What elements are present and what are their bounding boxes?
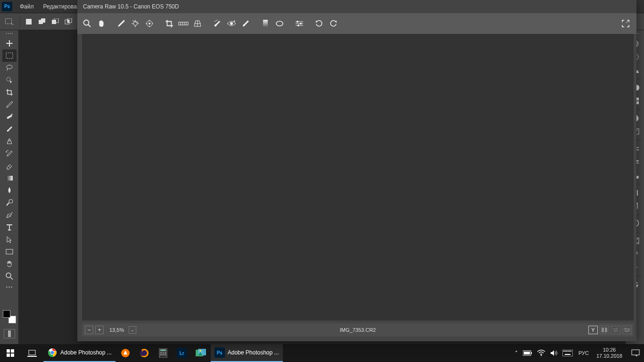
tray-wifi-icon[interactable] (537, 350, 545, 356)
svg-point-90 (199, 350, 201, 352)
task-view-button[interactable] (22, 344, 42, 362)
taskbar-photoshop[interactable]: Ps Adobe Photoshop ... (211, 344, 283, 362)
quick-select-tool-icon[interactable] (2, 74, 17, 86)
cr-straighten-tool-icon[interactable] (177, 17, 190, 30)
add-selection-icon[interactable] (36, 16, 48, 27)
taskbar-avast[interactable] (116, 344, 134, 362)
intersect-selection-icon[interactable] (63, 16, 74, 27)
svg-rect-87 (165, 354, 166, 355)
taskbar-firefox[interactable] (135, 344, 153, 362)
camera-raw-window: Camera Raw 10.5 - Canon EOS 750D − + 13,… (77, 0, 636, 341)
path-select-tool-icon[interactable] (2, 233, 17, 246)
type-tool-icon[interactable] (2, 221, 17, 233)
tray-notifications-icon[interactable] (627, 344, 644, 362)
svg-line-22 (10, 277, 13, 280)
tray-keyboard-icon[interactable] (562, 350, 573, 356)
subtract-selection-icon[interactable] (50, 16, 61, 27)
svg-point-60 (297, 25, 299, 26)
foreground-color-swatch[interactable] (3, 310, 10, 318)
marquee-options-icon[interactable] (4, 16, 15, 27)
svg-rect-18 (6, 176, 13, 181)
crop-tool-icon[interactable] (2, 86, 17, 99)
svg-rect-96 (563, 351, 564, 352)
svg-rect-1 (26, 19, 32, 25)
tray-battery-icon[interactable] (523, 350, 532, 356)
cr-clip-shadow-icon[interactable]: Y (588, 326, 598, 334)
tray-volume-icon[interactable] (550, 350, 558, 356)
svg-rect-3 (41, 18, 45, 23)
cr-filename: IMG_7353.CR2 (340, 327, 376, 333)
cr-zoom-dropdown[interactable]: ⌄ (129, 326, 136, 334)
cr-swap-icon[interactable] (611, 326, 620, 334)
taskbar-chrome-label: Adobe Photoshop ... (60, 349, 112, 356)
pen-tool-icon[interactable] (2, 209, 17, 221)
svg-point-67 (628, 329, 629, 331)
lasso-tool-icon[interactable] (2, 62, 17, 74)
hand-tool-icon[interactable] (2, 258, 17, 270)
cr-targeted-adjust-icon[interactable] (143, 17, 156, 30)
cr-rotate-cw-icon[interactable] (327, 17, 339, 30)
svg-rect-74 (27, 356, 37, 357)
menu-file[interactable]: Файл (15, 3, 39, 10)
cr-adjustment-brush-icon[interactable] (239, 17, 252, 30)
start-button[interactable] (0, 344, 21, 362)
marquee-tool-icon[interactable] (2, 49, 17, 62)
brush-tool-icon[interactable] (2, 123, 17, 135)
svg-point-94 (541, 355, 542, 356)
camera-raw-preview[interactable] (82, 34, 634, 321)
move-tool-icon[interactable] (2, 37, 17, 49)
taskbar-lightroom[interactable]: Lr (173, 344, 191, 362)
cr-settings-icon[interactable] (622, 326, 632, 334)
cr-preferences-icon[interactable] (293, 17, 305, 30)
zoom-tool-icon[interactable] (2, 270, 17, 282)
svg-rect-103 (632, 350, 639, 355)
svg-rect-85 (160, 354, 162, 355)
cr-zoom-in-button[interactable]: + (95, 326, 104, 334)
cr-white-balance-icon[interactable] (115, 17, 127, 30)
photoshop-logo[interactable]: Ps (2, 2, 12, 11)
cr-transform-tool-icon[interactable] (191, 17, 204, 30)
new-selection-icon[interactable] (23, 16, 34, 27)
tray-language[interactable]: РУС (576, 350, 592, 356)
cr-fullscreen-icon[interactable] (619, 17, 632, 30)
taskbar-calculator[interactable] (154, 344, 172, 362)
cr-zoom-out-button[interactable]: − (85, 326, 93, 334)
drag-handle-icon[interactable] (3, 33, 16, 35)
cr-radial-filter-icon[interactable] (273, 17, 286, 30)
svg-rect-53 (263, 20, 268, 27)
svg-rect-84 (165, 352, 166, 354)
cr-before-after-icon[interactable] (600, 326, 609, 334)
svg-point-21 (6, 273, 11, 278)
eyedropper-tool-icon[interactable] (2, 99, 17, 111)
cr-crop-tool-icon[interactable] (163, 17, 175, 30)
calculator-icon (158, 348, 168, 358)
foreground-background-swatch[interactable] (3, 310, 16, 323)
cr-hand-tool-icon[interactable] (95, 17, 107, 30)
svg-rect-31 (636, 98, 639, 100)
tray-clock[interactable]: 10:26 17.10.2018 (592, 347, 627, 359)
chrome-icon (47, 347, 58, 358)
svg-point-77 (50, 351, 54, 354)
gradient-tool-icon[interactable] (2, 172, 17, 184)
taskbar-photos[interactable] (192, 344, 210, 362)
taskbar-chrome[interactable]: Adobe Photoshop ... (43, 344, 116, 362)
cr-spot-removal-icon[interactable] (211, 17, 223, 30)
cr-graduated-filter-icon[interactable] (259, 17, 272, 30)
cr-color-sampler-icon[interactable] (129, 17, 141, 30)
svg-rect-86 (162, 354, 164, 355)
clone-stamp-tool-icon[interactable] (2, 135, 17, 148)
tray-up-icon[interactable]: ˄ (515, 350, 518, 357)
history-brush-tool-icon[interactable] (2, 148, 17, 160)
quick-mask-icon[interactable] (4, 329, 15, 338)
rectangle-tool-icon[interactable] (2, 246, 17, 258)
edit-toolbar-icon[interactable]: ⋯ (2, 282, 17, 291)
cr-redeye-tool-icon[interactable] (225, 17, 238, 30)
svg-point-50 (215, 21, 215, 22)
dodge-tool-icon[interactable] (2, 197, 17, 209)
healing-brush-tool-icon[interactable] (2, 111, 17, 123)
blur-tool-icon[interactable] (2, 184, 17, 197)
cr-zoom-tool-icon[interactable] (81, 17, 93, 30)
svg-point-46 (133, 22, 137, 25)
cr-rotate-ccw-icon[interactable] (313, 17, 325, 30)
eraser-tool-icon[interactable] (2, 160, 17, 172)
